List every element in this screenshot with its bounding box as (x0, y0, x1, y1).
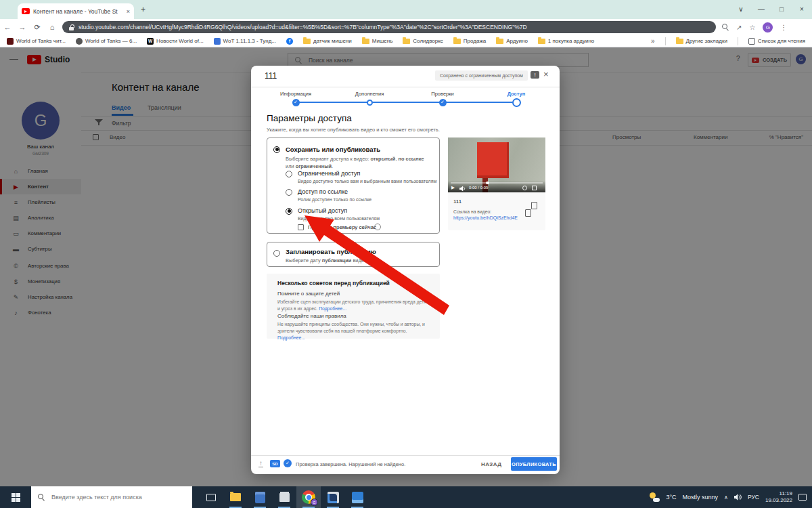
taskbar-search-input[interactable] (50, 493, 175, 501)
speaker-icon[interactable] (734, 494, 742, 501)
store-button[interactable] (272, 486, 296, 508)
task-view-button[interactable] (199, 486, 223, 508)
unlisted-label[interactable]: Доступ по ссылке (298, 188, 348, 195)
photos-button[interactable] (345, 486, 369, 508)
screen: Контент на канале - YouTube St × + ∨ — □… (0, 0, 812, 508)
radio-private[interactable] (286, 171, 292, 177)
bookmark-favicon (214, 38, 221, 45)
bookmark-folder-solidworks[interactable]: Солидворкс (403, 38, 443, 44)
home-icon[interactable]: ⌂ (45, 23, 60, 31)
step-circle-addons[interactable] (367, 100, 373, 106)
radio-public[interactable] (286, 208, 292, 215)
hidden-icons-chevron[interactable]: ∧ (724, 494, 728, 501)
play-icon[interactable]: ▶ (451, 185, 455, 190)
taskbar-search[interactable] (31, 486, 192, 508)
step-circle-visibility[interactable] (512, 98, 521, 107)
clock[interactable]: 11:19 19.03.2022 (765, 490, 792, 504)
bookmark-folder-target[interactable]: Мишень (362, 38, 393, 44)
bookmark-folder-sale[interactable]: Продажа (453, 38, 486, 44)
bookmark-star-icon[interactable]: ☆ (749, 24, 755, 31)
forward-icon[interactable]: → (15, 23, 30, 31)
schedule-label[interactable]: Запланировать публикацию (286, 248, 376, 255)
url-text: studio.youtube.com/channel/UCvtHgfMyc9Rh… (78, 24, 527, 30)
fullscreen-icon[interactable] (532, 186, 537, 190)
notification-center-icon[interactable] (798, 494, 807, 501)
language-indicator[interactable]: РУС (748, 494, 759, 501)
browser-tab[interactable]: Контент на канале - YouTube St × (18, 3, 134, 19)
browser-menu-icon[interactable]: ⋮ (780, 24, 787, 31)
time-display: 0:00 / 0:09 (469, 186, 488, 190)
save-publish-group: Сохранить или опубликовать Выберите вари… (267, 137, 440, 234)
reading-list-button[interactable]: Список для чтения (748, 38, 805, 45)
back-button[interactable]: НАЗАД (481, 461, 501, 467)
weather-temp[interactable]: 3°C (666, 494, 676, 501)
lock-icon[interactable] (69, 24, 74, 30)
start-button[interactable] (0, 486, 31, 508)
radio-unlisted[interactable] (286, 189, 292, 196)
weather-desc[interactable]: Mostly sunny (683, 494, 719, 501)
video-thumbnail[interactable]: ▶ 0:00 / 0:09 (448, 137, 545, 192)
seek-handle[interactable] (486, 182, 489, 185)
publish-button[interactable]: ОПУБЛИКОВАТЬ (511, 457, 557, 471)
browser-profile-avatar[interactable]: G (763, 22, 773, 33)
calculator-button[interactable] (248, 486, 272, 508)
learn-more-link[interactable]: Подробнее... (277, 335, 305, 340)
window-minimize-button[interactable]: — (751, 0, 771, 19)
radio-schedule[interactable] (273, 250, 280, 257)
checks-status-text: Проверка завершена. Нарушений не найдено… (296, 461, 405, 467)
back-icon[interactable]: ← (0, 23, 15, 31)
window-close-button[interactable]: × (792, 0, 812, 19)
bookmark-wot-6[interactable]: World of Tanks — 6... (76, 38, 137, 45)
bookmark-wot-tundra[interactable]: WoT 1.11.1.3 - Тунд... (214, 38, 276, 45)
tab-title: Контент на канале - YouTube St (33, 8, 123, 15)
paint-button[interactable] (321, 486, 345, 508)
time: 11:19 (765, 490, 792, 497)
player-settings-icon[interactable] (522, 186, 527, 190)
video-link[interactable]: https://youtu.be/hDQiSzEhd4E (453, 215, 518, 220)
dialog-close-icon[interactable]: × (543, 69, 549, 79)
bookmark-wot-cheats[interactable]: World of Tanks чит... (7, 38, 66, 45)
file-explorer-button[interactable] (223, 486, 248, 508)
weather-icon[interactable] (650, 492, 660, 502)
step-label-info[interactable]: Информация (269, 91, 323, 97)
bookmark-wot-news[interactable]: WНовости World of... (147, 38, 204, 45)
step-circle-info[interactable]: ✓ (292, 99, 300, 106)
tab-close-icon[interactable]: × (127, 8, 130, 15)
volume-icon[interactable] (459, 186, 466, 192)
chrome-button[interactable]: G (296, 486, 321, 508)
share-icon[interactable]: ↗ (736, 24, 742, 31)
other-bookmarks-button[interactable]: Другие закладки (676, 38, 727, 44)
bookmarks-overflow-icon[interactable]: » (651, 37, 655, 45)
window-restore-button[interactable]: □ (771, 0, 792, 19)
save-publish-label[interactable]: Сохранить или опубликовать (286, 146, 380, 153)
dialog-title: 111 (265, 71, 277, 81)
address-bar[interactable]: studio.youtube.com/channel/UCvtHgfMyc9Rh… (62, 21, 716, 33)
private-desc: Видео доступно только вам и выбранным ва… (298, 179, 436, 184)
window-menu-icon[interactable]: ∨ (731, 0, 751, 19)
bookmark-folder-arduino[interactable]: Ардуино (496, 38, 528, 44)
send-feedback-icon[interactable]: ! (531, 71, 539, 79)
learn-more-link[interactable]: Подробнее... (319, 306, 346, 311)
bookmark-folder-target-sensor[interactable]: датчик мишени (303, 38, 352, 44)
red-square-target (477, 142, 509, 178)
premiere-label[interactable]: Провести премьеру сейчас (308, 224, 376, 230)
private-label[interactable]: Ограниченный доступ (298, 170, 360, 177)
publish-dialog: 111 Сохранено с ограниченным доступом ! … (251, 66, 560, 474)
store-icon (279, 493, 290, 502)
search-icon (38, 494, 45, 501)
step-circle-checks[interactable]: ✓ (439, 99, 447, 106)
folder-icon (676, 39, 683, 44)
new-tab-button[interactable]: + (141, 5, 145, 14)
bookmark-folder-arduino-purchase[interactable]: 1 покупка ардуино (538, 38, 594, 44)
seek-bar[interactable] (451, 182, 543, 184)
step-label-checks[interactable]: Проверки (415, 91, 470, 97)
step-label-addons[interactable]: Дополнения (342, 91, 397, 97)
reload-icon[interactable]: ⟳ (30, 23, 45, 32)
premiere-checkbox[interactable] (298, 224, 304, 230)
search-tabs-icon[interactable] (722, 24, 729, 30)
bookmark-facebook[interactable]: f (286, 38, 293, 45)
step-label-visibility[interactable]: Доступ (489, 91, 543, 97)
radio-save-publish[interactable] (273, 146, 280, 153)
public-label[interactable]: Открытый доступ (298, 207, 347, 214)
premiere-help-icon[interactable] (374, 224, 381, 230)
